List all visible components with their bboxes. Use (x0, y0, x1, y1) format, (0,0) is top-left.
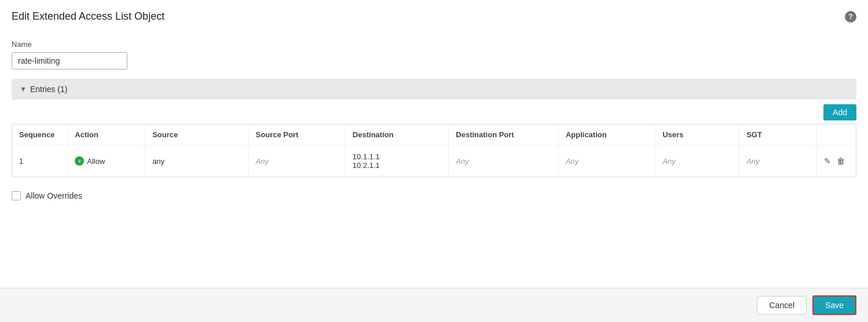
entries-table: Sequence Action Source Source Port Desti… (12, 125, 856, 177)
col-sequence: Sequence (12, 125, 68, 145)
entries-section: ▼ Entries (1) Add Sequence Action Source… (12, 79, 856, 177)
add-button[interactable]: Add (823, 104, 856, 120)
dialog-footer: Cancel Save (0, 288, 868, 322)
name-label: Name (12, 40, 856, 49)
cell-sgt: Any (739, 145, 817, 177)
edit-row-icon[interactable]: ✎ (824, 156, 831, 166)
allow-overrides-label: Allow Overrides (25, 191, 82, 200)
col-source: Source (145, 125, 248, 145)
entries-table-container: Sequence Action Source Source Port Desti… (12, 124, 856, 177)
cell-destination: 10.1.1.110.2.1.1 (345, 145, 448, 177)
cell-sequence: 1 (12, 145, 68, 177)
save-button[interactable]: Save (812, 295, 856, 315)
delete-row-icon[interactable]: 🗑 (837, 156, 845, 166)
cell-source: any (145, 145, 248, 177)
entries-header: ▼ Entries (1) (12, 79, 856, 100)
table-body: 1+AllowanyAny10.1.1.110.2.1.1AnyAnyAnyAn… (12, 145, 856, 177)
cancel-button[interactable]: Cancel (757, 296, 807, 314)
col-action: Action (68, 125, 145, 145)
col-source-port: Source Port (248, 125, 345, 145)
cell-destination-port: Any (449, 145, 559, 177)
action-label: Allow (87, 157, 105, 166)
dialog-header: Edit Extended Access List Object ? (0, 0, 868, 31)
table-row: 1+AllowanyAny10.1.1.110.2.1.1AnyAnyAnyAn… (12, 145, 856, 177)
table-header-row: Sequence Action Source Source Port Desti… (12, 125, 856, 145)
help-icon[interactable]: ? (845, 11, 856, 23)
dialog-body: Name ▼ Entries (1) Add Sequence Action S… (0, 31, 868, 288)
allow-icon: + (75, 156, 84, 166)
cell-users: Any (655, 145, 739, 177)
overrides-section: Allow Overrides (12, 191, 856, 200)
cell-source-port: Any (248, 145, 345, 177)
col-users: Users (655, 125, 739, 145)
edit-dialog: Edit Extended Access List Object ? Name … (0, 0, 868, 322)
col-sgt: SGT (739, 125, 817, 145)
entries-label: Entries (1) (30, 85, 68, 94)
cell-action: +Allow (68, 145, 145, 177)
col-application: Application (558, 125, 655, 145)
col-destination: Destination (345, 125, 448, 145)
cell-row-actions: ✎🗑 (816, 145, 856, 177)
col-row-actions (816, 125, 856, 145)
col-destination-port: Destination Port (449, 125, 559, 145)
cell-application: Any (558, 145, 655, 177)
name-input[interactable] (12, 52, 127, 69)
collapse-icon[interactable]: ▼ (20, 85, 27, 93)
allow-overrides-checkbox[interactable] (12, 191, 21, 200)
dialog-title: Edit Extended Access List Object (12, 10, 164, 23)
